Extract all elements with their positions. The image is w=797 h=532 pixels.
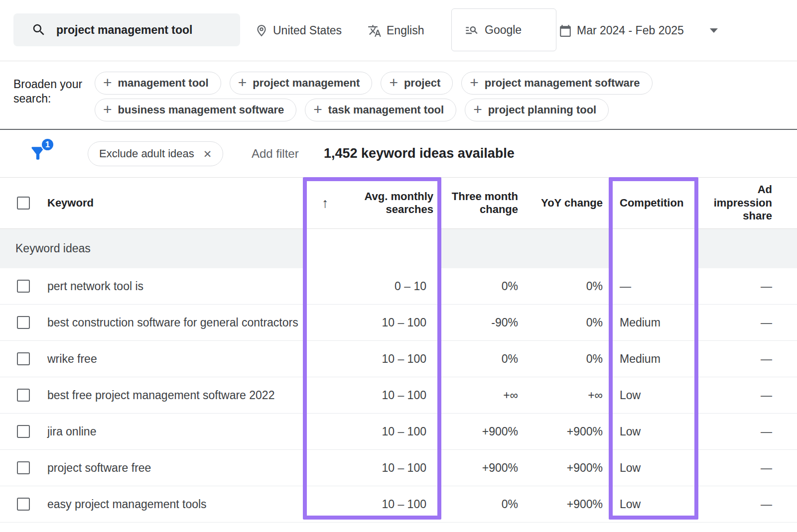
filter-bar: 1 Exclude adult ideas ✕ Add filter 1,452… xyxy=(0,130,797,177)
network-selector[interactable]: Google xyxy=(451,8,556,51)
keyword-cell: jira online xyxy=(40,425,304,438)
row-checkbox[interactable] xyxy=(17,461,30,474)
broaden-search-label: Broaden your search: xyxy=(13,77,88,106)
filter-funnel-button[interactable]: 1 xyxy=(28,144,48,164)
plus-icon: + xyxy=(238,75,247,90)
select-all-checkbox[interactable] xyxy=(17,197,30,210)
ad-impression-share-cell: — xyxy=(700,352,797,366)
avg-monthly-searches-cell: 10 – 100 xyxy=(304,498,441,511)
ad-impression-share-cell: — xyxy=(700,425,797,438)
row-checkbox[interactable] xyxy=(17,425,30,438)
broaden-chips: + management tool + project management +… xyxy=(95,72,787,121)
keyword-cell: best construction software for general c… xyxy=(40,316,304,329)
chevron-down-icon xyxy=(710,28,718,33)
column-header-keyword[interactable]: Keyword xyxy=(40,197,304,210)
table-row[interactable]: wrike free 10 – 100 0% 0% Medium — xyxy=(0,341,797,377)
ad-impression-share-cell: — xyxy=(700,461,797,475)
location-pin-icon xyxy=(255,24,268,37)
column-header-three-month-change[interactable]: Three month change xyxy=(441,190,526,216)
yoy-change-cell: 0% xyxy=(526,316,611,329)
avg-monthly-searches-cell: 10 – 100 xyxy=(304,461,441,475)
location-label: United States xyxy=(273,24,342,37)
broaden-chip[interactable]: + project management software xyxy=(461,72,652,95)
exclude-adult-ideas-chip[interactable]: Exclude adult ideas ✕ xyxy=(88,141,223,166)
search-input-value: project management tool xyxy=(56,23,192,37)
three-month-change-cell: 0% xyxy=(441,280,526,293)
date-range-selector[interactable]: Mar 2024 - Feb 2025 xyxy=(559,0,718,61)
competition-cell: Low xyxy=(611,389,700,402)
column-header-competition[interactable]: Competition xyxy=(611,197,700,210)
column-header-avg-monthly-searches[interactable]: ↑ Avg. monthly searches xyxy=(304,190,441,216)
competition-cell: Low xyxy=(611,498,700,511)
highlight-backdrop xyxy=(307,229,437,268)
three-month-change-cell: +∞ xyxy=(441,389,526,402)
competition-cell: Low xyxy=(611,425,700,438)
table-row[interactable]: pert network tool is 0 – 10 0% 0% — — xyxy=(0,268,797,305)
competition-cell: — xyxy=(611,280,700,293)
plus-icon: + xyxy=(470,75,479,90)
row-checkbox[interactable] xyxy=(17,316,30,329)
ad-impression-share-cell: — xyxy=(700,389,797,402)
filter-count-badge: 1 xyxy=(41,138,54,151)
yoy-change-cell: +900% xyxy=(526,425,611,438)
three-month-change-cell: +900% xyxy=(441,425,526,438)
table-row[interactable]: best free project management software 20… xyxy=(0,377,797,414)
ad-impression-share-cell: — xyxy=(700,498,797,511)
broaden-chip[interactable]: + task management tool xyxy=(305,99,456,121)
network-label: Google xyxy=(485,23,522,37)
keyword-ideas-section-row: Keyword ideas xyxy=(0,229,797,268)
table-row[interactable]: jira online 10 – 100 +900% +900% Low — xyxy=(0,414,797,450)
keyword-ideas-table: Keyword ↑ Avg. monthly searches Three mo… xyxy=(0,177,797,523)
add-filter-button[interactable]: Add filter xyxy=(252,130,299,177)
column-header-ad-impression-share[interactable]: Ad impression share xyxy=(700,183,797,222)
language-selector[interactable]: English xyxy=(368,0,424,61)
table-body: pert network tool is 0 – 10 0% 0% — — be… xyxy=(0,268,797,523)
competition-cell: Medium xyxy=(611,352,700,366)
highlight-backdrop xyxy=(613,229,694,268)
broaden-chip[interactable]: + project planning tool xyxy=(465,99,609,121)
broaden-chip[interactable]: + project management xyxy=(230,72,373,95)
row-checkbox[interactable] xyxy=(17,280,30,293)
broaden-chip[interactable]: + management tool xyxy=(95,72,221,95)
avg-monthly-searches-cell: 10 – 100 xyxy=(304,389,441,402)
sort-ascending-icon[interactable]: ↑ xyxy=(322,195,329,211)
plus-icon: + xyxy=(389,75,398,90)
keyword-cell: project software free xyxy=(40,461,304,475)
column-header-yoy-change[interactable]: YoY change xyxy=(526,197,611,210)
three-month-change-cell: 0% xyxy=(441,352,526,366)
avg-monthly-searches-cell: 10 – 100 xyxy=(304,425,441,438)
table-row[interactable]: easy project management tools 10 – 100 0… xyxy=(0,486,797,523)
broaden-chip[interactable]: + project xyxy=(381,72,453,95)
ad-impression-share-cell: — xyxy=(700,280,797,293)
plus-icon: + xyxy=(103,102,112,117)
yoy-change-cell: +∞ xyxy=(526,389,611,402)
keyword-cell: best free project management software 20… xyxy=(40,389,304,402)
table-row[interactable]: best construction software for general c… xyxy=(0,305,797,341)
close-icon[interactable]: ✕ xyxy=(203,149,212,159)
yoy-change-cell: +900% xyxy=(526,461,611,475)
search-icon xyxy=(31,22,46,37)
topbar: project management tool United States En… xyxy=(0,0,797,61)
translate-icon xyxy=(368,24,382,38)
row-checkbox[interactable] xyxy=(17,389,30,402)
location-selector[interactable]: United States xyxy=(255,0,342,61)
keyword-cell: easy project management tools xyxy=(40,498,304,511)
row-checkbox[interactable] xyxy=(17,498,30,511)
keyword-cell: wrike free xyxy=(40,352,304,366)
table-header-row: Keyword ↑ Avg. monthly searches Three mo… xyxy=(0,177,797,229)
plus-icon: + xyxy=(473,102,482,117)
row-checkbox[interactable] xyxy=(17,352,30,365)
competition-cell: Medium xyxy=(611,316,700,329)
search-network-icon xyxy=(465,23,479,37)
plus-icon: + xyxy=(313,102,322,117)
yoy-change-cell: 0% xyxy=(526,280,611,293)
date-range-label: Mar 2024 - Feb 2025 xyxy=(577,24,684,37)
keyword-search-box[interactable]: project management tool xyxy=(13,13,240,46)
competition-cell: Low xyxy=(611,461,700,475)
three-month-change-cell: +900% xyxy=(441,461,526,475)
broaden-chip[interactable]: + business management software xyxy=(95,99,296,121)
yoy-change-cell: 0% xyxy=(526,352,611,366)
table-row[interactable]: project software free 10 – 100 +900% +90… xyxy=(0,450,797,486)
avg-monthly-searches-cell: 10 – 100 xyxy=(304,316,441,329)
ad-impression-share-cell: — xyxy=(700,316,797,329)
